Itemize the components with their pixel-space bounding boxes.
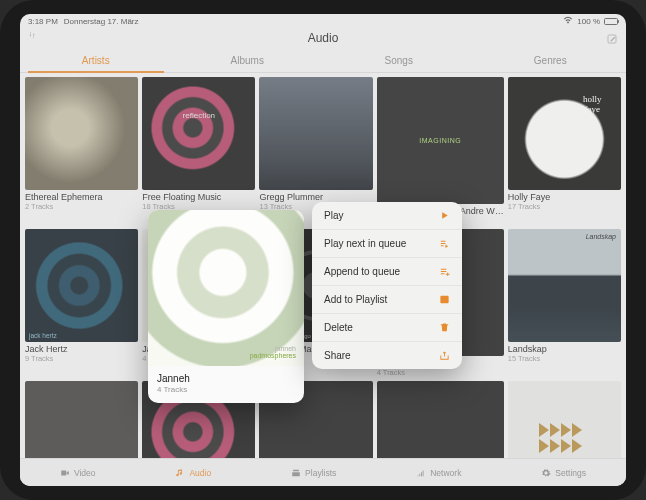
menu-add-playlist[interactable]: Add to Playlist [312, 286, 462, 314]
menu-play-label: Play [324, 210, 343, 221]
context-menu: Play Play next in queue Append to queue … [312, 202, 462, 369]
menu-share[interactable]: Share [312, 342, 462, 369]
menu-play[interactable]: Play [312, 202, 462, 230]
menu-delete-label: Delete [324, 322, 353, 333]
play-next-icon [439, 238, 450, 249]
menu-play-next[interactable]: Play next in queue [312, 230, 462, 258]
menu-add-playlist-label: Add to Playlist [324, 294, 387, 305]
context-preview-name: Janneh [157, 373, 295, 384]
context-preview-card[interactable]: janneh padmospheres Janneh 4 Tracks [148, 210, 304, 403]
add-playlist-icon [439, 294, 450, 305]
trash-icon [439, 322, 450, 333]
menu-append[interactable]: Append to queue [312, 258, 462, 286]
share-icon [439, 350, 450, 361]
context-preview-art: janneh padmospheres [148, 210, 304, 366]
context-preview-art-label: janneh padmospheres [250, 345, 296, 360]
menu-append-label: Append to queue [324, 266, 400, 277]
screen: 3:18 PM Donnerstag 17. März 100 % Audio … [20, 14, 626, 486]
play-icon [439, 210, 450, 221]
ipad-frame: 3:18 PM Donnerstag 17. März 100 % Audio … [0, 0, 646, 500]
menu-share-label: Share [324, 350, 351, 361]
append-icon [439, 266, 450, 277]
menu-delete[interactable]: Delete [312, 314, 462, 342]
menu-play-next-label: Play next in queue [324, 238, 406, 249]
context-preview-tracks: 4 Tracks [157, 385, 295, 394]
